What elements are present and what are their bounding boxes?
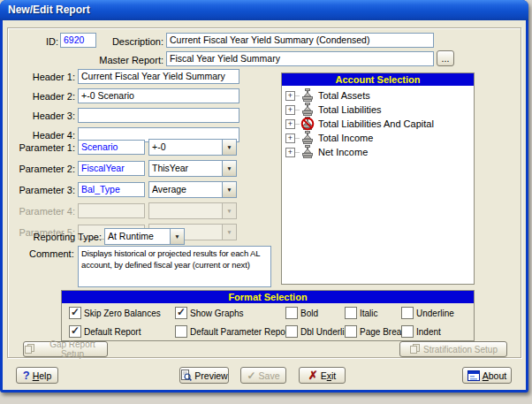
checkbox-underline[interactable]	[401, 307, 414, 319]
comment-textarea[interactable]: Displays historical or projected results…	[78, 246, 271, 287]
parameter1-combo[interactable]: +-0▼	[148, 139, 237, 156]
stamp-icon	[300, 88, 315, 103]
reporting-type-value: At Runtime	[105, 229, 170, 244]
checkbox-default-report[interactable]	[69, 325, 81, 338]
parameter4-option	[149, 203, 222, 218]
chevron-down-icon[interactable]: ▼	[222, 182, 236, 197]
header1-input[interactable]: Current Fiscal Year Yield Summary	[78, 69, 239, 84]
description-label: Description:	[78, 36, 163, 47]
description-input[interactable]: Current Fiscal Year Yield Summary (Conde…	[166, 33, 434, 48]
tree-connector	[295, 110, 300, 111]
checkbox-bold[interactable]	[285, 307, 298, 319]
parameter3-input[interactable]: Bal_Type	[78, 182, 145, 197]
save-label: Save	[259, 370, 280, 381]
parameter1-input[interactable]: Scenario	[78, 140, 145, 155]
exit-button[interactable]: ✗ Exit	[299, 367, 346, 384]
about-window-icon	[467, 370, 480, 381]
checkbox-default-parameter-report[interactable]	[175, 325, 187, 338]
preview-icon	[180, 370, 192, 381]
tree-connector	[295, 95, 300, 96]
pages-icon	[409, 344, 421, 354]
tree-connector	[295, 124, 300, 125]
checkbox-label: Show Graphs	[190, 309, 244, 318]
checkbox-italic[interactable]	[345, 307, 357, 319]
browse-label: ...	[442, 53, 450, 64]
tree-item-label: Total Liabilities And Capital	[318, 118, 434, 129]
reporting-type-label: Reporting Type:	[25, 232, 102, 242]
parameter2-value: FiscalYear	[81, 163, 125, 173]
tree-item-total-liabilities[interactable]: + Total Liabilities	[282, 103, 474, 117]
new-edit-report-dialog: New/Edit Report ID: 6920 Description: Cu…	[0, 0, 528, 393]
checkbox-dbl-underline[interactable]	[285, 325, 298, 338]
stratification-setup-label: Stratification Setup	[423, 345, 498, 354]
account-selection-panel: Account Selection + Total Assets + Total…	[281, 72, 475, 285]
gap-report-setup-label: Gap Report Setup	[38, 339, 107, 359]
parameter2-combo[interactable]: ThisYear▼	[148, 160, 237, 177]
expand-icon[interactable]: +	[285, 119, 295, 129]
preview-button[interactable]: Preview	[179, 367, 229, 384]
checkbox-label: Default Report	[84, 327, 141, 337]
comment-label: Comment:	[29, 248, 73, 259]
account-tree[interactable]: + Total Assets + Total Liabilities +	[282, 86, 474, 284]
header3-label: Header 3:	[9, 111, 75, 121]
master-report-input[interactable]: Fiscal Year Yield Summary	[166, 51, 434, 66]
checkbox-label: Default Parameter Report	[190, 327, 291, 337]
master-report-value: Fiscal Year Yield Summary	[170, 53, 280, 64]
header2-input[interactable]: +-0 Scenario	[78, 88, 239, 103]
chevron-down-icon[interactable]: ▼	[170, 229, 184, 244]
help-label: Help	[33, 370, 52, 381]
parameter1-option: +-0	[149, 140, 222, 155]
expand-icon[interactable]: +	[285, 148, 295, 157]
parameter2-option: ThisYear	[149, 161, 222, 176]
preview-label: Preview	[194, 370, 227, 381]
tree-item-total-income[interactable]: + Total Income	[282, 131, 474, 145]
header3-input[interactable]	[78, 108, 239, 123]
tree-item-net-income[interactable]: + Net Income	[282, 145, 474, 159]
checkbox-show-graphs[interactable]	[175, 307, 187, 319]
browse-button[interactable]: ...	[437, 50, 454, 66]
master-report-label: Master Report:	[78, 55, 163, 65]
tree-item-total-liabilities-and-capital[interactable]: + Total Liabilities And Capital	[282, 117, 474, 131]
help-icon: ?	[23, 370, 30, 381]
stamp-icon	[300, 131, 315, 145]
pages-icon	[24, 344, 35, 354]
parameter4-input	[78, 203, 145, 218]
id-label: ID:	[32, 36, 58, 47]
checkbox-label: Page Break	[360, 327, 406, 337]
checkbox-label: Skip Zero Balances	[84, 309, 161, 318]
checkbox-skip-zero-balances[interactable]	[69, 307, 81, 319]
expand-icon[interactable]: +	[285, 133, 295, 143]
stamp-icon-restricted	[300, 117, 315, 131]
parameter2-input[interactable]: FiscalYear	[78, 161, 145, 176]
header2-label: Header 2:	[9, 91, 75, 102]
reporting-type-combo[interactable]: At Runtime▼	[104, 228, 185, 245]
save-button: ✓ Save	[240, 367, 286, 384]
parameter2-label: Parameter 2:	[9, 164, 75, 174]
expand-icon[interactable]: +	[285, 91, 295, 101]
titlebar[interactable]: New/Edit Report	[0, 0, 528, 20]
checkbox-label: Italic	[360, 309, 378, 318]
stratification-setup-button: Stratification Setup	[399, 341, 507, 357]
parameter4-combo: ▼	[148, 202, 237, 219]
help-button[interactable]: ? Help	[16, 367, 58, 384]
tree-connector	[295, 138, 300, 139]
about-button[interactable]: About	[462, 367, 512, 384]
window-title: New/Edit Report	[0, 0, 528, 20]
checkbox-page-break[interactable]	[345, 325, 357, 338]
tree-item-label: Total Assets	[318, 90, 370, 101]
expand-icon[interactable]: +	[285, 105, 295, 115]
chevron-down-icon[interactable]: ▼	[222, 140, 236, 155]
tree-connector	[295, 152, 300, 153]
tree-item-label: Net Income	[318, 147, 368, 157]
checkbox-label: Indent	[416, 327, 441, 337]
description-value: Current Fiscal Year Yield Summary (Conde…	[170, 34, 369, 45]
parameter3-combo[interactable]: Average▼	[148, 181, 237, 198]
parameter1-label: Parameter 1:	[9, 142, 75, 153]
tree-item-total-assets[interactable]: + Total Assets	[282, 88, 474, 103]
header2-value: +-0 Scenario	[81, 90, 134, 101]
chevron-down-icon[interactable]: ▼	[222, 161, 236, 176]
gap-report-setup-button: Gap Report Setup	[23, 341, 108, 357]
checkbox-indent[interactable]	[401, 325, 414, 338]
parameter3-option: Average	[149, 182, 222, 197]
parameter1-value: Scenario	[81, 141, 118, 152]
